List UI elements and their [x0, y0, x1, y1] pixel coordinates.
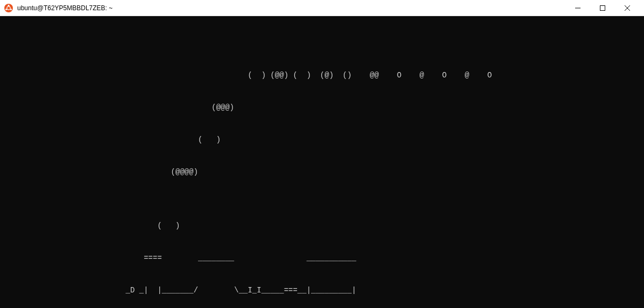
- maximize-button[interactable]: [590, 0, 615, 16]
- ascii-line: ( ): [108, 220, 644, 231]
- ascii-line: (@@@): [108, 102, 644, 113]
- ascii-line: _D _| |_______/ \__I_I_____===__|_______…: [108, 285, 644, 296]
- ubuntu-icon: [4, 4, 13, 12]
- window-title: ubuntu@T62YP5MBBDL7ZEB: ~: [17, 4, 565, 12]
- ascii-line: ( ) (@@) ( ) (@) () @@ O @ O @ O: [108, 70, 644, 81]
- terminal-viewport[interactable]: ( ) (@@) ( ) (@) () @@ O @ O @ O (@@@) (…: [0, 16, 644, 308]
- ascii-line: ==== ________ ___________: [108, 253, 644, 263]
- minimize-button[interactable]: [565, 0, 590, 16]
- svg-rect-6: [600, 5, 605, 10]
- window-controls: [565, 0, 640, 16]
- close-button[interactable]: [615, 0, 640, 16]
- ascii-line: (@@@@): [108, 167, 644, 177]
- sl-ascii-art: ( ) (@@) ( ) (@) () @@ O @ O @ O (@@@) (…: [108, 48, 644, 308]
- window-titlebar: ubuntu@T62YP5MBBDL7ZEB: ~: [0, 0, 644, 16]
- ascii-line: ( ): [108, 134, 644, 145]
